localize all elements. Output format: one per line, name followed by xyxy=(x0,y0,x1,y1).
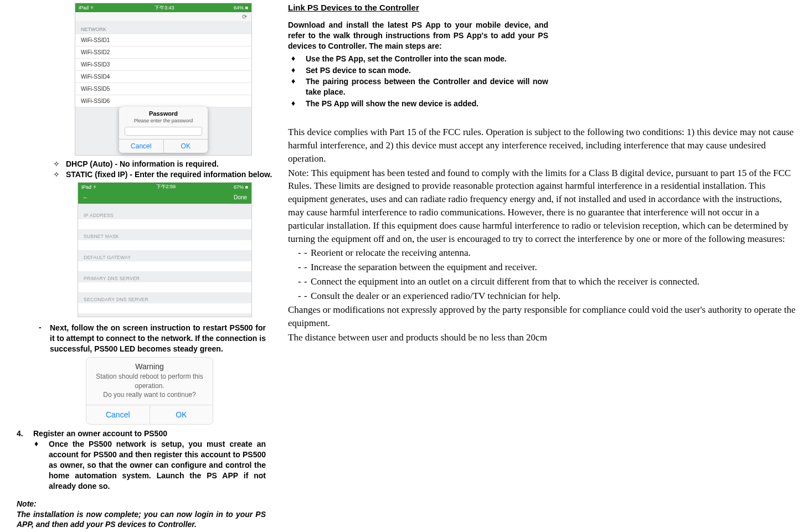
bullet-icon: ♦ xyxy=(291,76,299,97)
dash-icon xyxy=(298,247,311,258)
subnet-mask-field[interactable] xyxy=(78,240,251,250)
fcc-measure: Reorient or relocate the receiving anten… xyxy=(311,247,471,258)
ok-button[interactable]: OK xyxy=(164,140,208,153)
warning-ok-button[interactable]: OK xyxy=(150,405,213,424)
dash-icon xyxy=(288,276,311,287)
dash-icon xyxy=(298,291,311,301)
step-body: Once the PS500 network is setup, you mus… xyxy=(49,439,266,491)
field-label: SECONDARY DNS SERVER xyxy=(78,292,251,303)
fcc-p3: Changes or modifications not expressly a… xyxy=(288,303,797,330)
fcc-statement: This device complies with Part 15 of the… xyxy=(288,126,797,344)
link-intro: Download and install the latest PS App t… xyxy=(288,20,548,51)
status-bar: iPad ᯤ 下午2:59 67% ■ xyxy=(78,183,251,192)
fcc-p1: This device complies with Part 15 of the… xyxy=(288,126,797,165)
default-gateway-field[interactable] xyxy=(78,261,251,271)
ip-mode-list: ✧DHCP (Auto) - No information is require… xyxy=(53,159,282,180)
status-right: 64% ■ xyxy=(234,5,248,11)
dash-icon: - xyxy=(39,323,43,354)
warning-dialog-screenshot: Warning Station should reboot to perform… xyxy=(86,357,213,425)
warning-line1: Station should reboot to perform this op… xyxy=(96,373,203,389)
status-left: iPad ᯤ xyxy=(81,184,98,190)
status-left: iPad ᯤ xyxy=(79,5,95,11)
password-modal: Password Please enter the password Cance… xyxy=(119,107,208,153)
field-label: IP ADDRESS xyxy=(78,208,251,219)
status-time: 下午3:43 xyxy=(155,4,174,12)
step-number: 4. xyxy=(17,429,28,438)
wifi-row[interactable]: WiFi-SSID1 xyxy=(75,34,251,47)
password-input[interactable] xyxy=(125,127,202,136)
link-step: Set PS device to scan mode. xyxy=(306,65,548,76)
status-bar: iPad ᯤ 下午3:43 64% ■ xyxy=(75,3,251,12)
ip-address-field[interactable] xyxy=(78,219,251,229)
diamond-icon: ✧ xyxy=(53,159,60,169)
primary-dns-field[interactable] xyxy=(78,282,251,292)
modal-title: Password xyxy=(119,107,208,117)
field-label: DEFAULT GATEWAY xyxy=(78,250,251,261)
status-right: 67% ■ xyxy=(234,184,248,190)
field-label: SUBNET MASK xyxy=(78,229,251,240)
bullet-icon: ♦ xyxy=(291,65,299,76)
link-step: Use the PS App, set the Controller into … xyxy=(306,54,548,64)
note-body: The installation is now complete; you ca… xyxy=(17,509,266,529)
wifi-row[interactable]: WiFi-SSID2 xyxy=(75,47,251,59)
static-text: STATIC (fixed IP) - Enter the required i… xyxy=(66,169,282,180)
wifi-row[interactable]: WiFi-SSID6 xyxy=(75,95,251,107)
cancel-button[interactable]: Cancel xyxy=(119,140,164,153)
diamond-icon: ✧ xyxy=(53,169,60,180)
bullet-icon: ♦ xyxy=(34,439,42,448)
link-steps-list: ♦Use the PS App, set the Controller into… xyxy=(288,54,548,109)
bullet-icon: ♦ xyxy=(291,99,299,109)
secondary-dns-field[interactable] xyxy=(78,303,251,313)
step-title: Register an owner account to PS500 xyxy=(33,429,167,438)
refresh-icon[interactable]: ⟳ xyxy=(75,12,251,21)
status-time: 下午2:59 xyxy=(156,183,176,190)
warning-line2: Do you really want to continue? xyxy=(103,391,195,399)
back-icon[interactable] xyxy=(83,194,88,200)
note-label: Note: xyxy=(17,499,266,509)
fcc-measure: Consult the dealer or an experienced rad… xyxy=(311,291,560,301)
modal-subtitle: Please enter the password xyxy=(119,117,208,127)
wifi-row[interactable]: WiFi-SSID5 xyxy=(75,83,251,95)
wifi-row[interactable]: WiFi-SSID3 xyxy=(75,59,251,71)
restart-instruction: - Next, follow the on screen instruction… xyxy=(39,323,266,354)
wifi-list-screenshot: iPad ᯤ 下午3:43 64% ■ ⟳ NETWORK WiFi-SSID1… xyxy=(75,3,252,156)
nav-bar: Done xyxy=(78,192,251,204)
step-4: 4. Register an owner account to PS500 ♦ … xyxy=(17,429,266,491)
link-step: The PS App will show the new device is a… xyxy=(306,99,548,109)
fcc-p4: The distance between user and products s… xyxy=(288,331,797,344)
fcc-p2: Note: This equipment has been tested and… xyxy=(288,167,797,246)
dhcp-text: DHCP (Auto) - No information is required… xyxy=(66,159,282,169)
warning-cancel-button[interactable]: Cancel xyxy=(86,405,150,424)
dash-icon xyxy=(298,262,311,272)
field-label: PRIMARY DNS SERVER xyxy=(78,271,251,282)
fcc-measure: Connect the equipment into an outlet on … xyxy=(311,276,699,287)
fcc-measure: Increase the separation between the equi… xyxy=(311,262,537,272)
install-complete-note: Note: The installation is now complete; … xyxy=(17,499,266,529)
network-section-label: NETWORK xyxy=(75,21,251,34)
link-devices-heading: Link PS Devices to the Controller xyxy=(288,3,800,12)
restart-text: Next, follow the on screen instruction t… xyxy=(50,323,266,354)
warning-title: Warning xyxy=(86,358,213,372)
ip-settings-screenshot: iPad ᯤ 下午2:59 67% ■ Done IP ADDRESS SUBN… xyxy=(78,182,252,317)
done-button[interactable]: Done xyxy=(234,194,247,200)
link-step: The pairing process between the Controll… xyxy=(306,76,548,97)
wifi-row[interactable]: WiFi-SSID4 xyxy=(75,71,251,83)
warning-body: Station should reboot to perform this op… xyxy=(86,372,213,405)
bullet-icon: ♦ xyxy=(291,54,299,64)
